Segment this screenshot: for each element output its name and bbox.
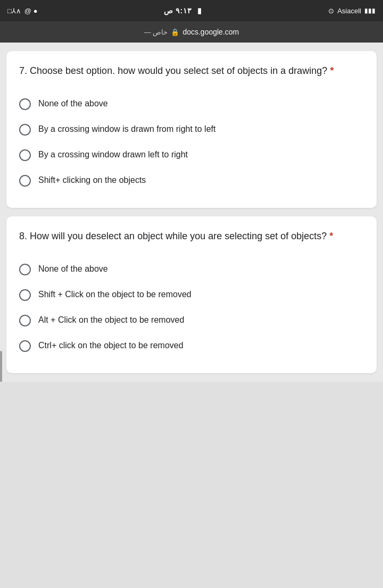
radio-q7o3[interactable]	[19, 149, 31, 161]
radio-q8o4[interactable]	[19, 340, 31, 352]
question-8-number: 8	[19, 231, 24, 241]
question-7-option-3[interactable]: By a crossing window drawn left to right	[19, 142, 364, 167]
signal-bars-icon: ▮▮▮	[364, 7, 376, 14]
question-7-required: *	[330, 65, 334, 76]
question-8-title: 8. How will you deselect an object while…	[19, 229, 364, 243]
question-card-8: 8. How will you deselect an object while…	[6, 216, 377, 373]
status-icons: @ ●	[24, 7, 38, 15]
status-bar-center: ٩:١٣ ص ▮	[164, 6, 202, 15]
status-bar: □⅄∧ @ ● ٩:١٣ ص ▮ ⊙ Asiacell ▮▮▮	[0, 0, 383, 21]
question-7-option-2[interactable]: By a crossing window is drawn from right…	[19, 116, 364, 142]
video-icon: ▮	[197, 6, 202, 15]
radio-q8o2[interactable]	[19, 289, 31, 301]
option-q7o2-text: By a crossing window is drawn from right…	[38, 123, 215, 136]
radio-q8o3[interactable]	[19, 315, 31, 326]
scroll-indicator	[0, 351, 2, 382]
radio-q7o4[interactable]	[19, 175, 31, 187]
status-bar-left: □⅄∧ @ ●	[7, 7, 38, 15]
option-q7o3-text: By a crossing window drawn left to right	[38, 148, 188, 161]
question-8-option-4[interactable]: Ctrl+ click on the object to be removed	[19, 333, 364, 358]
question-8-text: How will you deselect an object while yo…	[30, 231, 327, 241]
radio-q8o1[interactable]	[19, 264, 31, 275]
radio-q7o2[interactable]	[19, 124, 31, 136]
question-8-required: *	[329, 231, 333, 241]
question-7-title: 7. Choose best option. how would you sel…	[19, 64, 364, 78]
page-content: 7. Choose best option. how would you sel…	[0, 43, 383, 382]
radio-q7o1[interactable]	[19, 98, 31, 110]
carrier-name: Asiacell	[337, 7, 361, 15]
arabic-label: خاص —	[144, 28, 168, 36]
question-8-options: None of the above Shift + Click on the o…	[19, 256, 364, 358]
option-q7o4-text: Shift+ clicking on the objects	[38, 174, 146, 187]
question-7-option-1[interactable]: None of the above	[19, 91, 364, 116]
time-display: ٩:١٣ ص	[164, 6, 192, 15]
status-bar-right: ⊙ Asiacell ▮▮▮	[328, 7, 376, 15]
address-bar[interactable]: خاص — 🔒 docs.google.com	[0, 21, 383, 43]
option-q8o1-text: None of the above	[38, 263, 108, 275]
url-display: docs.google.com	[182, 28, 239, 36]
question-7-number: 7	[19, 65, 24, 76]
lock-icon: 🔒	[171, 28, 179, 36]
option-q8o2-text: Shift + Click on the object to be remove…	[38, 288, 192, 301]
battery-icon: □⅄∧	[7, 7, 21, 15]
question-8-option-3[interactable]: Alt + Click on the object to be removed	[19, 307, 364, 333]
wifi-icon: ⊙	[328, 7, 334, 15]
question-8-option-1[interactable]: None of the above	[19, 256, 364, 282]
option-q8o3-text: Alt + Click on the object to be removed	[38, 314, 184, 326]
question-card-7: 7. Choose best option. how would you sel…	[6, 51, 377, 208]
question-7-text: Choose best option. how would you select…	[30, 65, 327, 76]
question-8-option-2[interactable]: Shift + Click on the object to be remove…	[19, 282, 364, 307]
question-7-option-4[interactable]: Shift+ clicking on the objects	[19, 167, 364, 193]
question-7-options: None of the above By a crossing window i…	[19, 91, 364, 193]
option-q8o4-text: Ctrl+ click on the object to be removed	[38, 339, 184, 352]
option-q7o1-text: None of the above	[38, 97, 108, 110]
